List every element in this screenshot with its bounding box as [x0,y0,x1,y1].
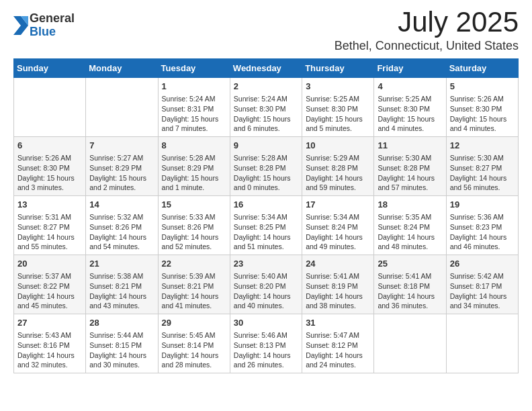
day-number: 20 [17,258,82,270]
calendar-cell: 24Sunrise: 5:41 AMSunset: 8:19 PMDayligh… [302,255,374,314]
day-number: 13 [17,199,82,211]
day-number: 2 [234,81,298,93]
calendar-cell: 23Sunrise: 5:40 AMSunset: 8:20 PMDayligh… [230,255,302,314]
logo-blue-text: Blue [30,26,56,39]
day-info: Daylight: 14 hours and 55 minutes. [17,232,82,252]
calendar-cell: 20Sunrise: 5:37 AMSunset: 8:22 PMDayligh… [14,255,86,314]
day-info: Daylight: 14 hours and 32 minutes. [17,351,82,370]
calendar-body: 1Sunrise: 5:24 AMSunset: 8:31 PMDaylight… [14,78,519,373]
day-info: Sunrise: 5:28 AM [234,153,298,163]
day-info: Daylight: 14 hours and 57 minutes. [378,173,442,193]
day-info: Sunset: 8:29 PM [89,163,154,173]
day-info: Daylight: 15 hours and 7 minutes. [162,114,226,134]
day-info: Sunrise: 5:33 AM [162,212,226,222]
day-info: Daylight: 15 hours and 5 minutes. [306,114,370,134]
header-thursday: Thursday [302,59,374,78]
day-info: Sunrise: 5:45 AM [162,330,226,340]
calendar-week-row: 13Sunrise: 5:31 AMSunset: 8:27 PMDayligh… [14,196,519,255]
day-info: Sunset: 8:21 PM [89,281,154,291]
calendar-week-row: 6Sunrise: 5:26 AMSunset: 8:30 PMDaylight… [14,137,519,196]
day-info: Daylight: 14 hours and 24 minutes. [306,351,370,370]
day-number: 28 [89,317,154,329]
calendar-cell: 5Sunrise: 5:26 AMSunset: 8:30 PMDaylight… [446,78,518,137]
calendar-week-row: 20Sunrise: 5:37 AMSunset: 8:22 PMDayligh… [14,255,519,314]
calendar-cell: 9Sunrise: 5:28 AMSunset: 8:28 PMDaylight… [230,137,302,196]
day-info: Sunset: 8:27 PM [450,163,515,173]
day-number: 9 [234,140,298,152]
calendar-cell: 4Sunrise: 5:25 AMSunset: 8:30 PMDaylight… [374,78,446,137]
day-info: Sunrise: 5:31 AM [17,212,82,222]
day-info: Sunrise: 5:30 AM [450,153,515,163]
day-info: Daylight: 15 hours and 3 minutes. [17,173,82,193]
day-number: 24 [306,258,370,270]
day-number: 26 [450,258,515,270]
day-info: Daylight: 15 hours and 4 minutes. [450,114,515,134]
day-number: 16 [234,199,298,211]
day-number: 8 [162,140,226,152]
day-info: Sunrise: 5:34 AM [234,212,298,222]
day-number: 18 [378,199,442,211]
day-info: Sunset: 8:30 PM [17,163,82,173]
day-info: Daylight: 14 hours and 34 minutes. [450,291,515,311]
day-info: Sunrise: 5:38 AM [89,271,154,281]
day-info: Sunset: 8:14 PM [162,340,226,351]
day-info: Sunrise: 5:25 AM [306,94,370,104]
day-info: Daylight: 14 hours and 38 minutes. [306,291,370,311]
calendar-cell: 11Sunrise: 5:30 AMSunset: 8:28 PMDayligh… [374,137,446,196]
calendar-cell: 7Sunrise: 5:27 AMSunset: 8:29 PMDaylight… [86,137,158,196]
calendar-cell: 6Sunrise: 5:26 AMSunset: 8:30 PMDaylight… [14,137,86,196]
calendar-cell: 27Sunrise: 5:43 AMSunset: 8:16 PMDayligh… [14,314,86,373]
day-info: Daylight: 14 hours and 56 minutes. [450,173,515,193]
day-info: Daylight: 14 hours and 26 minutes. [234,351,298,370]
day-info: Daylight: 14 hours and 52 minutes. [162,232,226,252]
header-friday: Friday [374,59,446,78]
day-info: Sunrise: 5:35 AM [378,212,442,222]
day-info: Sunset: 8:27 PM [17,222,82,232]
day-info: Sunrise: 5:36 AM [450,212,515,222]
header-saturday: Saturday [446,59,518,78]
day-info: Sunset: 8:15 PM [89,340,154,351]
day-number: 30 [234,317,298,329]
day-info: Daylight: 14 hours and 46 minutes. [450,232,515,252]
day-info: Sunset: 8:30 PM [450,104,515,114]
day-number: 7 [89,140,154,152]
calendar-cell: 2Sunrise: 5:24 AMSunset: 8:30 PMDaylight… [230,78,302,137]
day-info: Sunrise: 5:27 AM [89,153,154,163]
calendar-header: Sunday Monday Tuesday Wednesday Thursday… [14,59,519,78]
day-number: 25 [378,258,442,270]
day-info: Daylight: 14 hours and 48 minutes. [378,232,442,252]
calendar-week-row: 1Sunrise: 5:24 AMSunset: 8:31 PMDaylight… [14,78,519,137]
day-info: Sunset: 8:23 PM [450,222,515,232]
logo-icon [13,16,28,35]
day-number: 31 [306,317,370,329]
day-info: Sunset: 8:26 PM [89,222,154,232]
calendar-cell: 28Sunrise: 5:44 AMSunset: 8:15 PMDayligh… [86,314,158,373]
page-header: General Blue July 2025 Bethel, Connectic… [13,7,519,53]
day-info: Sunrise: 5:44 AM [89,330,154,340]
day-info: Daylight: 14 hours and 43 minutes. [89,291,154,311]
day-info: Sunset: 8:30 PM [234,104,298,114]
day-info: Sunrise: 5:26 AM [450,94,515,104]
day-info: Sunset: 8:24 PM [306,222,370,232]
day-number: 23 [234,258,298,270]
day-info: Sunset: 8:29 PM [162,163,226,173]
calendar-cell [14,78,86,137]
day-info: Sunset: 8:28 PM [306,163,370,173]
calendar-cell: 21Sunrise: 5:38 AMSunset: 8:21 PMDayligh… [86,255,158,314]
calendar-cell: 3Sunrise: 5:25 AMSunset: 8:30 PMDaylight… [302,78,374,137]
day-info: Sunrise: 5:41 AM [306,271,370,281]
day-info: Sunrise: 5:34 AM [306,212,370,222]
calendar-cell: 19Sunrise: 5:36 AMSunset: 8:23 PMDayligh… [446,196,518,255]
day-info: Daylight: 15 hours and 4 minutes. [378,114,442,134]
day-info: Sunset: 8:30 PM [306,104,370,114]
header-row: Sunday Monday Tuesday Wednesday Thursday… [14,59,519,78]
logo: General Blue [13,12,75,39]
calendar-cell: 1Sunrise: 5:24 AMSunset: 8:31 PMDaylight… [158,78,230,137]
day-info: Sunset: 8:31 PM [162,104,226,114]
day-info: Daylight: 15 hours and 0 minutes. [234,173,298,193]
day-info: Sunset: 8:30 PM [378,104,442,114]
day-info: Daylight: 15 hours and 1 minute. [162,173,226,193]
day-info: Sunset: 8:18 PM [378,281,442,291]
day-number: 29 [162,317,226,329]
header-monday: Monday [86,59,158,78]
